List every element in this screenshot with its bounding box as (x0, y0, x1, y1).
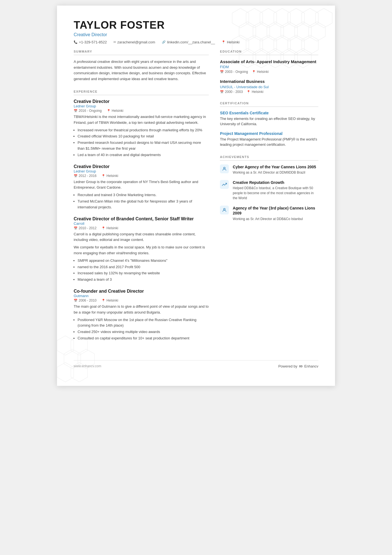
bullet-item: Led a team of 40 in creative and digital… (78, 152, 209, 158)
phone-value: +1-329-571-8522 (79, 40, 107, 44)
enhancv-logo-symbol: ∞ (299, 363, 303, 369)
bullet-item: Created 250+ videos winning multiple vid… (78, 329, 209, 335)
cert-desc-1: The key elements for creating an effecti… (220, 116, 318, 127)
exp-entry-1: Creative Director Ledner Group 2016 - On… (74, 99, 209, 158)
exp-location-2: Helsinki (101, 174, 118, 178)
bullet-item: Created official Windows 10 packaging fo… (78, 134, 209, 139)
exp-location-3: Helsinki (101, 226, 118, 230)
exp-job-title-3: Creative Director of Branded Content, Se… (74, 216, 209, 221)
location-value: Helsinki (227, 40, 240, 44)
edu-school-1: FIDM (220, 65, 318, 69)
edu-date-1: 2003 - Ongoing (220, 70, 248, 74)
edu-loc-icon-1 (252, 70, 256, 74)
footer-logo: Powered by ∞ Enhancv (278, 363, 318, 369)
exp-location-icon-1 (107, 109, 111, 113)
exp-company-1: Ledner Group (74, 104, 209, 108)
cert-title-2: Project Management Professional (220, 131, 318, 136)
exp-date-4: 2006 - 2010 (74, 299, 96, 302)
achievement-entry-2: Creative Reputation Growth Helped DDB&Co… (220, 180, 318, 201)
edu-location-1: Helsinki (252, 70, 269, 74)
exp-meta-2: 2012 - 2016 Helsinki (74, 174, 209, 178)
exp-location-icon-2 (101, 174, 105, 178)
location-contact: Helsinki (222, 40, 240, 44)
edu-entry-1: Associate of Arts- Apparel Industry Mana… (220, 59, 318, 74)
bullet-item: Presented research focused product desig… (78, 140, 209, 152)
achievement-title-2: Creative Reputation Growth (233, 180, 318, 185)
exp-meta-1: 2016 - Ongoing Helsinki (74, 109, 209, 113)
education-section: EDUCATION Associate of Arts- Apparel Ind… (220, 50, 318, 94)
summary-section: SUMMARY A professional creative director… (74, 50, 209, 82)
achievements-section: ACHIEVEMENTS Cyber Agency of the Year Ca… (220, 155, 318, 221)
summary-divider (74, 55, 209, 55)
achievement-title-1: Cyber Agency of the Year Cannes Lions 20… (233, 164, 316, 169)
education-divider (220, 55, 318, 55)
powered-by-text: Powered by (278, 364, 297, 368)
cert-entry-1: SEO Essentials Certificate The key eleme… (220, 111, 318, 127)
exp-desc-1: TBWA\Helsinki is the most internationall… (74, 114, 209, 126)
resume-content: TAYLOR FOSTER Creative Director +1-329-5… (74, 19, 318, 369)
bullet-item: Turned McCann Milan into the global hub … (78, 199, 209, 210)
edu-location-2: Helsinki (247, 90, 263, 94)
link-icon (162, 40, 166, 44)
exp-entry-4: Co-founder and Creative Director Gutmann… (74, 289, 209, 341)
education-section-title: EDUCATION (220, 50, 318, 53)
exp-bullets-1: Increased revenue for theatrical product… (74, 127, 209, 158)
calendar-icon-1 (74, 109, 78, 113)
header-section: TAYLOR FOSTER Creative Director +1-329-5… (74, 19, 318, 44)
exp-company-4: Gutmann (74, 294, 209, 298)
exp-location-icon-3 (101, 226, 105, 230)
candidate-name: TAYLOR FOSTER (74, 19, 318, 31)
phone-icon (74, 40, 78, 44)
experience-divider (74, 95, 209, 95)
edu-meta-2: 2000 - 2003 Helsinki (220, 90, 318, 94)
cert-desc-2: The Project Management Professional (PMP… (220, 137, 318, 147)
certification-section: CERTIFICATION SEO Essentials Certificate… (220, 102, 318, 147)
edu-loc-icon-2 (247, 90, 250, 94)
bullet-item: named to the 2016 and 2017 Profit 500 (78, 264, 209, 270)
svg-marker-28 (57, 362, 74, 382)
exp-desc-3b: We compete for eyeballs in the social sp… (74, 245, 209, 256)
achievements-section-title: ACHIEVEMENTS (220, 155, 318, 159)
linkedin-value: linkedin.com/__zara.chanel__ (167, 40, 215, 44)
summary-text: A professional creative director with ei… (74, 59, 209, 82)
exp-date-1: 2016 - Ongoing (74, 109, 102, 113)
brand-name: Enhancv (304, 364, 318, 368)
achievement-desc-2: Helped DDB&Co Istanbul, a Creative Bouti… (233, 186, 318, 201)
exp-desc-2: Ledner Group is the corporate operation … (74, 179, 209, 191)
exp-desc-3: Carroll is a digital publishing company … (74, 231, 209, 243)
main-columns: SUMMARY A professional creative director… (74, 50, 318, 349)
exp-bullets-4: Positioned Y&R Moscow on the 1st place o… (74, 317, 209, 341)
bullet-item: Consulted on capital expenditures for 10… (78, 336, 209, 341)
experience-section: EXPERIENCE Creative Director Ledner Grou… (74, 90, 209, 341)
exp-company-2: Ledner Group (74, 169, 209, 173)
linkedin-contact: linkedin.com/__zara.chanel__ (162, 40, 215, 44)
bullet-item: Increased sales by 132% by revamping the… (78, 270, 209, 276)
contact-bar: +1-329-571-8522 zarachenel@gmail.com lin… (74, 40, 318, 44)
exp-job-title-4: Co-founder and Creative Director (74, 289, 209, 294)
svg-marker-24 (57, 336, 74, 355)
left-column: SUMMARY A professional creative director… (74, 50, 209, 349)
edu-cal-icon-1 (220, 70, 224, 74)
bullet-item: Recruited and trained 3 Online Marketing… (78, 192, 209, 198)
exp-entry-3: Creative Director of Branded Content, Se… (74, 216, 209, 283)
footer: www.enhancv.com Powered by ∞ Enhancv (74, 360, 318, 369)
achievement-content-2: Creative Reputation Growth Helped DDB&Co… (233, 180, 318, 201)
achievement-icon-1 (220, 164, 229, 173)
cert-entry-2: Project Management Professional The Proj… (220, 131, 318, 147)
cert-title-1: SEO Essentials Certificate (220, 111, 318, 115)
exp-desc-4: The main goal of Gutmann is to give a di… (74, 304, 209, 315)
exp-entry-2: Creative Director Ledner Group 2012 - 20… (74, 164, 209, 210)
exp-job-title-2: Creative Director (74, 164, 209, 169)
achievement-icon-3 (220, 206, 229, 214)
bullet-item: Positioned Y&R Moscow on the 1st place o… (78, 317, 209, 329)
exp-meta-3: 2010 - 2012 Helsinki (74, 226, 209, 230)
achievements-divider (220, 160, 318, 161)
edu-meta-1: 2003 - Ongoing Helsinki (220, 70, 318, 74)
svg-point-31 (224, 208, 225, 210)
edu-degree-2: International Business (220, 79, 318, 84)
exp-company-3: Carroll (74, 221, 209, 226)
achievement-content-3: Agency of the Year (3rd place) Cannes Li… (233, 206, 318, 221)
achievement-entry-3: Agency of the Year (3rd place) Cannes Li… (220, 206, 318, 221)
achievement-content-1: Cyber Agency of the Year Cannes Lions 20… (233, 164, 316, 175)
exp-date-3: 2010 - 2012 (74, 226, 96, 230)
